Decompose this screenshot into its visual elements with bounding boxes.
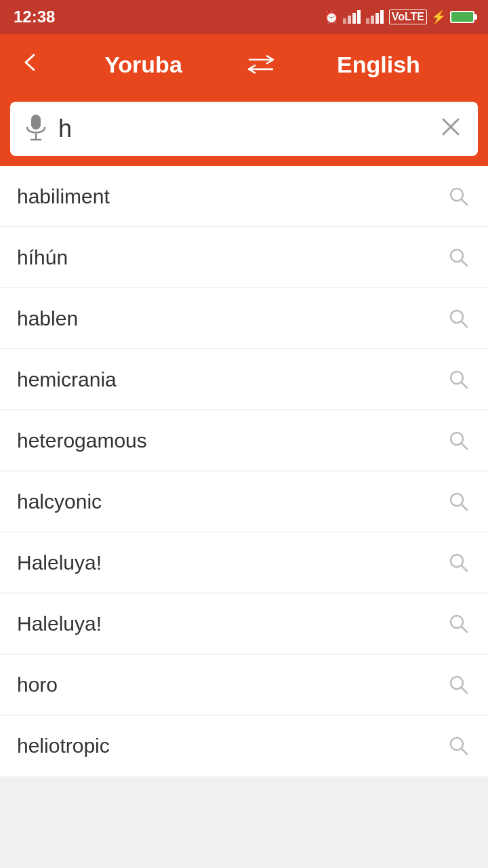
alarm-icon: ⏰: [324, 9, 339, 24]
svg-line-14: [462, 199, 467, 205]
search-bar: [10, 102, 478, 156]
suggestion-text: hablen: [17, 307, 447, 330]
search-icon: [447, 551, 471, 575]
suggestion-text: heliotropic: [17, 734, 447, 757]
clear-button[interactable]: [437, 113, 464, 145]
svg-rect-6: [375, 13, 379, 24]
svg-line-26: [462, 566, 467, 571]
search-icon: [447, 612, 471, 636]
svg-line-18: [462, 321, 467, 327]
search-icon: [447, 368, 471, 392]
status-bar: 12:38 ⏰ VoLTE ⚡: [0, 0, 488, 34]
toolbar: Yoruba English: [0, 34, 488, 95]
search-input[interactable]: [58, 115, 437, 143]
suggestion-text: halcyonic: [17, 490, 447, 513]
list-item[interactable]: hemicrania: [0, 349, 488, 410]
svg-line-28: [462, 627, 467, 632]
list-item[interactable]: heterogamous: [0, 410, 488, 471]
search-icon: [447, 490, 471, 514]
signal1-icon: [343, 10, 362, 24]
suggestions-list: habiliment híhún hablen hemicrania heter…: [0, 166, 488, 776]
svg-line-30: [462, 688, 467, 693]
volte-badge: VoLTE: [389, 9, 427, 24]
status-icons: ⏰ VoLTE ⚡: [324, 9, 474, 24]
search-icon: [447, 184, 471, 209]
list-item[interactable]: halcyonic: [0, 471, 488, 532]
svg-line-32: [462, 749, 467, 754]
mic-icon[interactable]: [24, 112, 48, 146]
suggestion-text: Haleluya!: [17, 551, 447, 574]
search-icon: [447, 734, 471, 758]
svg-rect-5: [371, 16, 374, 24]
svg-rect-2: [352, 13, 356, 24]
suggestion-text: Haleluya!: [17, 612, 447, 635]
suggestion-text: horo: [17, 673, 447, 696]
suggestion-text: hemicrania: [17, 368, 447, 391]
list-item[interactable]: Haleluya!: [0, 532, 488, 593]
status-time: 12:38: [14, 7, 55, 26]
list-item[interactable]: hablen: [0, 288, 488, 349]
target-language[interactable]: English: [283, 52, 474, 78]
swap-languages-button[interactable]: [239, 47, 283, 81]
search-icon: [447, 429, 471, 453]
source-language[interactable]: Yoruba: [47, 52, 239, 78]
back-button[interactable]: [14, 43, 47, 85]
svg-rect-0: [343, 18, 346, 24]
svg-rect-3: [357, 10, 361, 24]
svg-rect-1: [348, 16, 351, 24]
svg-rect-7: [380, 10, 384, 24]
signal2-icon: [366, 10, 385, 24]
bolt-icon: ⚡: [431, 9, 446, 24]
list-item[interactable]: Haleluya!: [0, 593, 488, 654]
svg-line-24: [462, 505, 467, 510]
svg-rect-4: [366, 18, 369, 24]
search-icon: [447, 307, 471, 331]
svg-rect-8: [31, 115, 41, 130]
search-icon: [447, 245, 471, 270]
svg-line-16: [462, 260, 467, 266]
suggestion-text: habiliment: [17, 185, 447, 208]
list-item[interactable]: habiliment: [0, 166, 488, 227]
svg-line-22: [462, 443, 467, 449]
suggestion-text: heterogamous: [17, 429, 447, 452]
suggestion-text: híhún: [17, 246, 447, 269]
search-container: [0, 95, 488, 166]
list-item[interactable]: heliotropic: [0, 715, 488, 776]
list-item[interactable]: horo: [0, 654, 488, 715]
search-icon: [447, 673, 471, 697]
battery-icon: [450, 11, 474, 23]
svg-line-20: [462, 382, 467, 388]
list-item[interactable]: híhún: [0, 227, 488, 288]
